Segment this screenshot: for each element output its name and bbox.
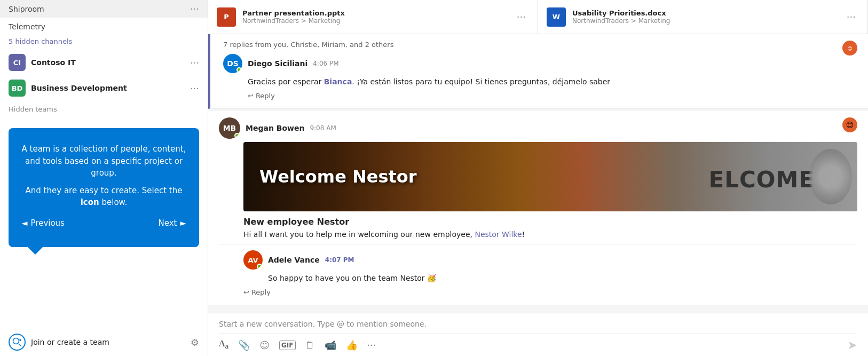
hidden-teams-label: Hidden teams bbox=[0, 101, 208, 117]
tooltip-line2: And they are easy to create. Select the … bbox=[21, 185, 186, 209]
compose-more-icon[interactable]: ··· bbox=[367, 339, 376, 351]
file-name-pptx: Partner presentation.pptx bbox=[242, 9, 507, 17]
team-name-contoso: Contoso IT bbox=[31, 58, 190, 67]
message-time-megan: 9:08 AM bbox=[310, 124, 336, 132]
previous-button[interactable]: ◄ Previous bbox=[21, 218, 65, 228]
pptx-icon: P bbox=[217, 7, 236, 27]
format-icon[interactable]: Aa bbox=[219, 339, 228, 351]
channel-name: Shiproom bbox=[9, 5, 190, 13]
sender-name-diego: Diego Siciliani bbox=[248, 59, 307, 68]
compose-input-placeholder[interactable]: Start a new conversation. Type @ to ment… bbox=[219, 320, 857, 334]
message-header-megan: MB Megan Bowen 9:08 AM bbox=[219, 117, 857, 139]
join-create-icon[interactable] bbox=[9, 334, 26, 351]
video-icon[interactable]: 📹 bbox=[325, 339, 336, 351]
avatar-status-megan bbox=[234, 133, 240, 138]
team-item-bizdev[interactable]: BD Business Development ··· bbox=[0, 75, 208, 101]
file-path-pptx: NorthwindTraders > Marketing bbox=[242, 17, 507, 25]
tooltip-arrow bbox=[28, 247, 43, 255]
send-button[interactable]: ➤ bbox=[848, 338, 857, 352]
files-bar: P Partner presentation.pptx NorthwindTra… bbox=[208, 0, 868, 34]
compose-area: Start a new conversation. Type @ to ment… bbox=[208, 313, 868, 356]
avatar-status-adele bbox=[257, 264, 262, 269]
file-card-pptx[interactable]: P Partner presentation.pptx NorthwindTra… bbox=[208, 0, 538, 34]
docx-icon: W bbox=[547, 7, 566, 27]
file-more-icon-pptx[interactable]: ··· bbox=[514, 9, 529, 25]
react-badge-diego[interactable]: 😊 bbox=[842, 41, 857, 56]
svg-text:😊: 😊 bbox=[847, 46, 852, 51]
message-time-diego: 4:06 PM bbox=[313, 60, 338, 67]
reply-button-diego[interactable]: ↩ Reply bbox=[223, 90, 275, 102]
team-name-bizdev: Business Development bbox=[31, 84, 190, 92]
team-more-icon-bizdev[interactable]: ··· bbox=[190, 83, 199, 94]
message-body-adele: So happy to have you on the team Nestor … bbox=[243, 273, 857, 284]
emoji-icon[interactable]: ☺ bbox=[259, 339, 270, 351]
mention-bianca: Bianca bbox=[324, 77, 352, 86]
next-arrow-icon: ► bbox=[180, 218, 186, 228]
prev-arrow-icon: ◄ bbox=[21, 218, 28, 228]
welcome-right-text: ELCOME bbox=[709, 167, 815, 193]
join-create-label[interactable]: Join or create a team bbox=[31, 338, 185, 346]
team-avatar-bizdev: BD bbox=[9, 80, 26, 97]
sticker-icon[interactable]: 🗒 bbox=[305, 339, 315, 351]
sender-name-megan: Megan Bowen bbox=[246, 124, 304, 132]
next-button[interactable]: Next ► bbox=[159, 218, 187, 228]
tooltip-line1: A team is a collection of people, conten… bbox=[21, 143, 186, 179]
sender-name-adele: Adele Vance bbox=[268, 256, 320, 264]
chat-area: 7 replies from you, Christie, Miriam, an… bbox=[208, 34, 868, 313]
avatar-adele: AV bbox=[243, 250, 263, 270]
team-more-icon[interactable]: ··· bbox=[190, 57, 199, 68]
attach-icon[interactable]: 📎 bbox=[238, 339, 250, 351]
sidebar: Shiproom ··· Telemetry ··· 5 hidden chan… bbox=[0, 0, 208, 356]
file-card-docx[interactable]: W Usability Priorities.docx NorthwindTra… bbox=[538, 0, 868, 34]
file-path-docx: NorthwindTraders > Marketing bbox=[572, 17, 837, 25]
post-title: New employee Nestor bbox=[243, 217, 857, 227]
nestor-wilke-link[interactable]: Nestor Wilke bbox=[475, 230, 522, 239]
file-more-icon-docx[interactable]: ··· bbox=[843, 9, 859, 25]
channel-name: Telemetry bbox=[9, 22, 190, 31]
tooltip-bold: icon bbox=[81, 197, 99, 207]
file-info-pptx: Partner presentation.pptx NorthwindTrade… bbox=[242, 9, 507, 25]
message-header-diego: DS Diego Siciliani 4:06 PM bbox=[223, 54, 857, 73]
sidebar-item-telemetry[interactable]: Telemetry ··· bbox=[0, 18, 208, 35]
file-name-docx: Usability Priorities.docx bbox=[572, 9, 837, 17]
hidden-channels-link[interactable]: 5 hidden channels bbox=[0, 35, 208, 50]
reply-arrow-icon-2: ↩ bbox=[243, 288, 249, 296]
welcome-text-overlay: Welcome Nestor bbox=[259, 167, 417, 187]
reply-arrow-icon: ↩ bbox=[248, 92, 254, 100]
message-block-diego: 7 replies from you, Christie, Miriam, an… bbox=[208, 34, 868, 109]
svg-line-1 bbox=[19, 344, 21, 346]
message-time-adele: 4:07 PM bbox=[325, 256, 354, 264]
message-body-diego: Gracias por esperar Bianca. ¡Ya están li… bbox=[223, 76, 857, 88]
settings-icon[interactable]: ⚙ bbox=[191, 337, 199, 348]
like-icon[interactable]: 👍 bbox=[346, 339, 358, 351]
file-info-docx: Usability Priorities.docx NorthwindTrade… bbox=[572, 9, 837, 25]
reply-button-megan[interactable]: ↩ Reply bbox=[219, 286, 271, 298]
post-body: Hi all I want you to help me in welcomin… bbox=[243, 229, 857, 240]
react-badge-megan[interactable]: 😊 bbox=[842, 117, 857, 132]
avatar-status-diego bbox=[236, 67, 242, 73]
message-block-megan: MB Megan Bowen 9:08 AM Welcome Nestor EL… bbox=[208, 111, 868, 305]
onboarding-tooltip: A team is a collection of people, conten… bbox=[9, 128, 199, 247]
sidebar-bottom: Join or create a team ⚙ bbox=[0, 328, 208, 356]
team-item-contoso[interactable]: CI Contoso IT ··· bbox=[0, 50, 208, 75]
tooltip-nav: ◄ Previous Next ► bbox=[21, 218, 186, 228]
welcome-image: Welcome Nestor ELCOME bbox=[243, 142, 857, 211]
main-content: P Partner presentation.pptx NorthwindTra… bbox=[208, 0, 868, 356]
gif-icon[interactable]: GIF bbox=[279, 341, 296, 350]
more-icon[interactable]: ··· bbox=[190, 3, 199, 14]
message-header-adele: AV Adele Vance 4:07 PM bbox=[243, 250, 857, 270]
avatar-diego: DS bbox=[223, 54, 242, 73]
avatar-megan: MB bbox=[219, 117, 240, 139]
svg-point-0 bbox=[13, 338, 19, 344]
team-avatar-contoso: CI bbox=[9, 54, 26, 71]
sidebar-item-shiproom[interactable]: Shiproom ··· bbox=[0, 0, 208, 18]
compose-toolbar: Aa 📎 ☺ GIF 🗒 📹 👍 ··· ➤ bbox=[219, 338, 857, 352]
replies-summary: 7 replies from you, Christie, Miriam, an… bbox=[223, 41, 857, 54]
